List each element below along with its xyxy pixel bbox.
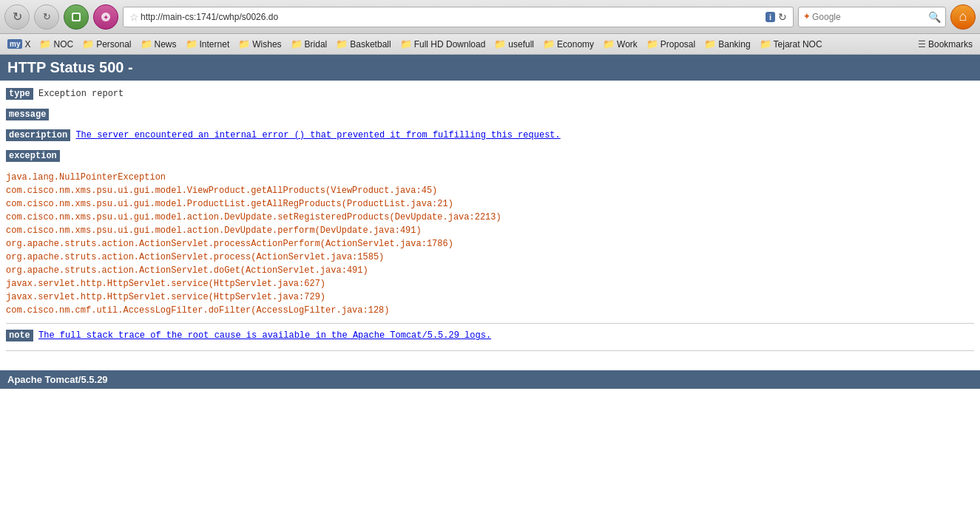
refresh-button[interactable]: ↻ [777,11,788,23]
home-button[interactable]: ⌂ [950,4,976,30]
bookmark-tejaratnoc[interactable]: 📁 Tejarat NOC [755,37,827,51]
folder-icon: 📁 [704,38,716,50]
folder-icon: 📁 [494,38,506,50]
description-label: description [6,129,70,141]
folder-icon: 📁 [238,38,250,50]
divider [6,323,974,324]
folder-icon: 📁 [82,38,94,50]
folder-icon: 📁 [603,38,615,50]
home-tab-button[interactable] [64,4,89,30]
search-submit-icon[interactable]: 🔍 [928,11,941,23]
bookmarks-text: Bookmarks [928,39,973,50]
stack-line-10: com.cisco.nm.cmf.util.AccessLogFilter.do… [6,304,974,317]
footer-text: Apache Tomcat/5.5.29 [7,374,108,385]
stack-trace: java.lang.NullPointerException com.cisco… [6,171,974,317]
folder-icon: 📁 [291,38,303,50]
bookmark-bridal-label: Bridal [305,39,328,50]
bookmark-economy[interactable]: 📁 Economy [538,37,598,51]
note-section: note The full stack trace of the root ca… [6,330,974,344]
url-text: http://main-cs:1741/cwhp/s0026.do [141,12,764,22]
folder-icon: 📁 [646,38,658,50]
description-section: description The server encountered an in… [6,129,974,144]
folder-icon: 📁 [400,38,412,50]
svg-text:✦: ✦ [103,13,109,21]
bookmarks-icon: ☰ [918,39,926,50]
type-content: Exception report [38,89,124,99]
folder-icon: 📁 [39,38,51,50]
content-body: type Exception report message descriptio… [0,81,980,364]
bookmark-proposal-label: Proposal [660,39,695,50]
svg-rect-1 [73,14,79,20]
description-link[interactable]: The server encountered an internal error… [75,130,560,140]
bookmark-myx-label: X [24,39,30,50]
divider2 [6,350,974,351]
browser-toolbar: ↻ ↻ ✦ ☆ http://main-cs:1741/cwhp/s0026.d… [0,0,980,34]
page-title: HTTP Status 500 - [7,59,133,75]
bookmark-fullhd-label: Full HD Download [414,39,486,50]
bookmarks-manage[interactable]: ☰ Bookmarks [913,38,977,51]
folder-icon: 📁 [760,38,771,50]
search-engine-icon: ✦ [803,12,810,21]
description-link-text: The server encountered an internal error… [75,130,560,140]
bookmark-work[interactable]: 📁 Work [598,37,642,51]
bookmark-noc-label: NOC [53,39,73,50]
bookmark-personal[interactable]: 📁 Personal [78,37,135,51]
stack-line-0: java.lang.NullPointerException [6,171,974,184]
bookmark-basketball-label: Basketball [350,39,391,50]
bookmark-wishes[interactable]: 📁 Wishes [234,37,285,51]
stack-line-5: org.apache.struts.action.ActionServlet.p… [6,237,974,251]
stack-line-3: com.cisco.nm.xms.psu.ui.gui.model.action… [6,211,974,224]
exception-section: exception [6,150,974,165]
bookmark-work-label: Work [617,39,638,50]
bookmark-wishes-label: Wishes [252,39,281,50]
bookmark-noc[interactable]: 📁 NOC [35,37,78,51]
favorite-icon: ☆ [128,11,141,23]
bookmark-myx[interactable]: my X [3,38,35,51]
note-label: note [6,330,33,341]
bookmark-economy-label: Economy [557,39,594,50]
folder-icon: 📁 [186,38,197,50]
stack-line-6: org.apache.struts.action.ActionServlet.p… [6,251,974,264]
search-bar[interactable]: ✦ 🔍 [798,7,946,27]
stack-line-8: javax.servlet.http.HttpServlet.service(H… [6,277,974,290]
folder-icon: 📁 [141,38,152,50]
bookmark-fullhd[interactable]: 📁 Full HD Download [396,37,490,51]
bookmarks-bar: my X 📁 NOC 📁 Personal 📁 News 📁 Internet … [0,34,980,55]
bookmark-news[interactable]: 📁 News [136,37,181,51]
address-bar[interactable]: ☆ http://main-cs:1741/cwhp/s0026.do i ↻ [123,7,794,27]
search-input[interactable] [812,12,928,22]
stack-line-7: org.apache.struts.action.ActionServlet.d… [6,264,974,277]
folder-icon: 📁 [543,38,555,50]
forward-button[interactable]: ↻ [34,4,59,30]
bookmark-news-label: News [155,39,177,50]
note-link-text: The full stack trace of the root cause i… [38,330,491,341]
folder-icon: 📁 [336,38,348,50]
browser-chrome: ↻ ↻ ✦ ☆ http://main-cs:1741/cwhp/s0026.d… [0,0,980,55]
bookmark-proposal[interactable]: 📁 Proposal [642,37,700,51]
bookmark-banking[interactable]: 📁 Banking [700,37,754,51]
bookmark-internet[interactable]: 📁 Internet [181,37,234,51]
stack-line-1: com.cisco.nm.xms.psu.ui.gui.model.ViewPr… [6,184,974,197]
type-section: type Exception report [6,88,974,103]
type-label: type [6,88,33,100]
bookmark-personal-label: Personal [96,39,131,50]
message-label: message [6,109,49,120]
info-button[interactable]: i [766,12,775,22]
bookmark-bridal[interactable]: 📁 Bridal [286,37,332,51]
exception-label: exception [6,150,60,162]
bookmark-banking-label: Banking [718,39,750,50]
page-content: HTTP Status 500 - type Exception report … [0,55,980,389]
message-section: message [6,109,974,123]
bookmark-usefull[interactable]: 📁 usefull [490,37,538,51]
stack-line-9: javax.servlet.http.HttpServlet.service(H… [6,290,974,304]
bookmark-tejaratnoc-label: Tejarat NOC [774,39,822,50]
bookmark-internet-label: Internet [200,39,230,50]
bookmark-usefull-label: usefull [508,39,534,50]
stack-line-4: com.cisco.nm.xms.psu.ui.gui.model.action… [6,224,974,237]
status-header: HTTP Status 500 - [0,55,980,81]
bookmark-basketball[interactable]: 📁 Basketball [331,37,395,51]
new-tab-button[interactable]: ✦ [93,4,118,30]
note-link[interactable]: The full stack trace of the root cause i… [38,330,491,341]
footer-bar: Apache Tomcat/5.5.29 [0,370,980,389]
back-button[interactable]: ↻ [4,4,30,30]
